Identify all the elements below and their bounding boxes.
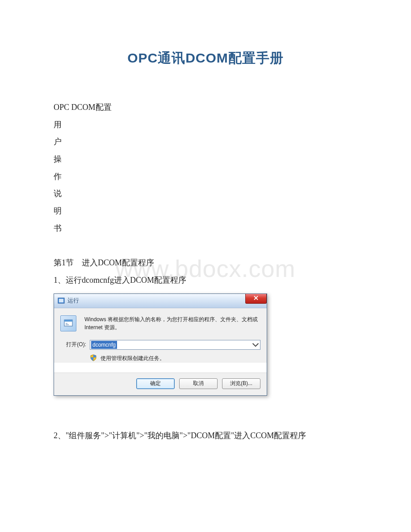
run-program-icon xyxy=(60,315,78,332)
open-label: 打开(O): xyxy=(60,341,86,348)
close-icon xyxy=(253,295,259,302)
document-title: OPC通讯DCOM配置手册 xyxy=(54,49,357,67)
open-combobox[interactable]: dcomcnfg xyxy=(90,340,260,350)
svg-rect-3 xyxy=(64,320,72,322)
step-text: 1、运行dcomcnfg进入DCOM配置程序 xyxy=(54,272,357,289)
section-heading: 第1节 进入DCOM配置程序 xyxy=(54,254,357,272)
browse-button[interactable]: 浏览(B)... xyxy=(222,378,260,389)
ok-button[interactable]: 确定 xyxy=(136,378,175,389)
svg-rect-1 xyxy=(59,299,63,302)
body-line: 说 xyxy=(54,185,357,202)
dialog-description: Windows 将根据您所输入的名称，为您打开相应的程序、文件夹、文档或 Int… xyxy=(84,315,260,332)
body-line: 作 xyxy=(54,168,357,185)
body-line: 操 xyxy=(54,151,357,168)
step-text: 2、"组件服务">"计算机">"我的电脑">"DCOM配置"进入CCOM配置程序 xyxy=(54,427,357,444)
body-line: 户 xyxy=(54,133,357,151)
close-button[interactable] xyxy=(245,294,267,304)
chevron-down-icon[interactable] xyxy=(252,341,259,348)
document-body: OPC DCOM配置 用 户 操 作 说 明 书 第1节 进入DCOM配置程序 … xyxy=(54,99,357,289)
titlebar[interactable]: 运行 xyxy=(54,294,267,308)
body-line: 明 xyxy=(54,202,357,220)
body-line: 书 xyxy=(54,220,357,237)
run-dialog: 运行 Windows 将根据您所输入的名称，为您打开相应的程序、文件夹、文档或 … xyxy=(54,293,267,396)
admin-note: 使用管理权限创建此任务。 xyxy=(101,355,165,362)
dialog-title: 运行 xyxy=(67,297,79,305)
body-line: OPC DCOM配置 xyxy=(54,99,357,116)
cancel-button[interactable]: 取消 xyxy=(179,378,218,389)
open-value: dcomcnfg xyxy=(91,341,117,349)
body-line: 用 xyxy=(54,116,357,134)
run-icon xyxy=(58,297,65,304)
shield-icon xyxy=(90,354,97,363)
